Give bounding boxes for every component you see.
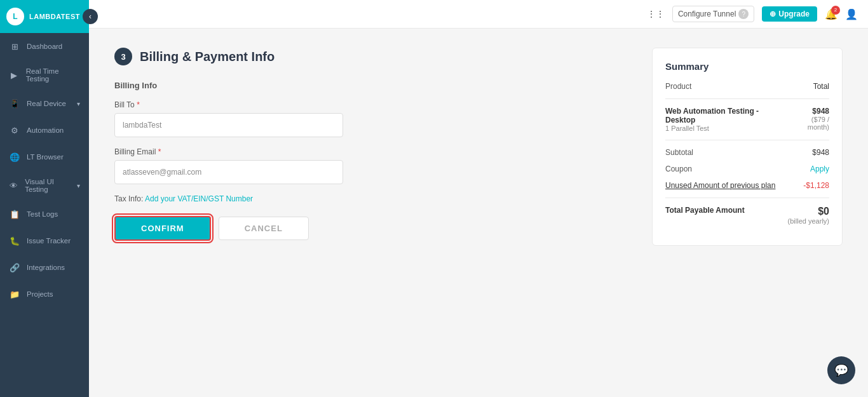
sidebar-item-label: LT Browser xyxy=(27,153,64,161)
configure-tunnel-label: Configure Tunnel xyxy=(678,10,736,18)
sidebar-item-label: Dashboard xyxy=(27,43,62,50)
coupon-label: Coupon xyxy=(665,165,692,173)
tax-info-prefix: Tax Info: xyxy=(114,194,143,203)
subtotal-row: Subtotal $948 xyxy=(665,148,829,157)
logo-text: LAMBDATEST xyxy=(29,13,80,20)
real-time-icon: ▶ xyxy=(9,69,20,81)
sidebar-item-lt-browser[interactable]: 🌐 LT Browser xyxy=(0,144,89,170)
automation-icon: ⚙ xyxy=(9,124,20,136)
apply-coupon-link[interactable]: Apply xyxy=(810,165,829,173)
sidebar-item-issue-tracker[interactable]: 🐛 Issue Tracker xyxy=(0,227,89,254)
required-marker: * xyxy=(156,147,161,156)
main-wrapper: ⋮⋮ Configure Tunnel ? ⊕ Upgrade 🔔 2 👤 3 … xyxy=(89,0,868,397)
summary-panel: Summary Product Total Web Automation Tes… xyxy=(652,48,843,246)
chevron-down-icon: ▾ xyxy=(77,182,80,189)
upgrade-icon: ⊕ xyxy=(770,10,776,18)
sidebar-item-projects[interactable]: 📁 Projects xyxy=(0,281,89,307)
total-row: Total Payable Amount $0 (billed yearly) xyxy=(665,206,829,225)
dashboard-icon: ⊞ xyxy=(9,41,20,52)
sidebar-item-label: Visual UI Testing xyxy=(25,178,71,193)
bill-to-label: Bill To * xyxy=(114,100,633,109)
coupon-row: Coupon Apply xyxy=(665,165,829,173)
test-logs-icon: 📋 xyxy=(9,208,20,220)
page-title-row: 3 Billing & Payment Info xyxy=(114,48,633,65)
grid-icon[interactable]: ⋮⋮ xyxy=(647,9,665,19)
lt-browser-icon: 🌐 xyxy=(9,151,20,163)
sidebar-collapse-button[interactable]: ‹ xyxy=(83,9,98,24)
product-info: Web Automation Testing - Desktop 1 Paral… xyxy=(665,107,789,132)
sidebar: L LAMBDATEST ‹ ⊞ Dashboard ▶ Real Time T… xyxy=(0,0,89,397)
sidebar-item-visual-ui-testing[interactable]: 👁 Visual UI Testing ▾ xyxy=(0,170,89,201)
bill-to-group: Bill To * xyxy=(114,100,633,137)
upgrade-button[interactable]: ⊕ Upgrade xyxy=(762,6,817,22)
summary-divider-3 xyxy=(665,198,829,198)
buttons-row: CONFIRM CANCEL xyxy=(114,216,633,241)
form-section: 3 Billing & Payment Info Billing Info Bi… xyxy=(114,48,633,378)
required-marker: * xyxy=(135,100,140,109)
billed-note: (billed yearly) xyxy=(788,217,829,225)
product-sub-price: ($79 / month) xyxy=(789,116,829,131)
total-payable-label: Total Payable Amount xyxy=(665,206,745,215)
sidebar-item-label: Projects xyxy=(27,290,53,298)
notifications-icon[interactable]: 🔔 2 xyxy=(825,8,837,20)
product-name: Web Automation Testing - Desktop xyxy=(665,107,789,124)
user-profile-icon[interactable]: 👤 xyxy=(845,8,858,20)
sidebar-item-label: Test Logs xyxy=(27,210,58,218)
add-vat-link[interactable]: Add your VAT/EIN/GST Number xyxy=(145,194,253,203)
unused-amount-value: -$1,128 xyxy=(803,181,829,190)
confirm-button[interactable]: CONFIRM xyxy=(114,216,211,241)
product-price: $948 xyxy=(789,107,829,116)
billing-email-input[interactable] xyxy=(114,160,343,184)
upgrade-label: Upgrade xyxy=(778,10,810,18)
sidebar-item-real-time-testing[interactable]: ▶ Real Time Testing xyxy=(0,60,89,90)
sidebar-item-integrations[interactable]: 🔗 Integrations xyxy=(0,254,89,281)
topbar: ⋮⋮ Configure Tunnel ? ⊕ Upgrade 🔔 2 👤 xyxy=(89,0,868,29)
cancel-button[interactable]: CANCEL xyxy=(219,217,309,240)
sidebar-item-automation[interactable]: ⚙ Automation xyxy=(0,117,89,144)
help-icon[interactable]: ? xyxy=(738,9,749,19)
billing-email-label: Billing Email * xyxy=(114,147,633,156)
billing-email-group: Billing Email * xyxy=(114,147,633,184)
total-payable-value-group: $0 (billed yearly) xyxy=(788,206,829,225)
step-badge: 3 xyxy=(114,48,132,65)
total-col-header: Total xyxy=(813,82,829,91)
sidebar-item-real-device[interactable]: 📱 Real Device ▾ xyxy=(0,90,89,117)
summary-divider-1 xyxy=(665,98,829,99)
page-title: Billing & Payment Info xyxy=(140,50,275,64)
configure-tunnel-button[interactable]: Configure Tunnel ? xyxy=(672,6,754,22)
total-payable-value: $0 xyxy=(788,206,829,217)
notification-badge: 2 xyxy=(831,6,840,15)
subtotal-label: Subtotal xyxy=(665,148,693,157)
integrations-icon: 🔗 xyxy=(9,262,20,273)
logo-icon: L xyxy=(6,8,24,25)
tax-info-row: Tax Info: Add your VAT/EIN/GST Number xyxy=(114,194,633,203)
billing-info-heading: Billing Info xyxy=(114,81,633,90)
sidebar-item-label: Real Time Testing xyxy=(26,67,80,83)
bill-to-input[interactable] xyxy=(114,113,343,137)
projects-icon: 📁 xyxy=(9,288,20,300)
sidebar-item-label: Automation xyxy=(27,126,64,134)
sidebar-item-label: Real Device xyxy=(27,100,66,107)
subtotal-value: $948 xyxy=(812,148,829,157)
product-col-header: Product xyxy=(665,82,691,91)
unused-amount-link[interactable]: Unused Amount of previous plan xyxy=(665,181,775,190)
summary-title: Summary xyxy=(665,61,829,72)
product-sub: 1 Parallel Test xyxy=(665,124,789,132)
main-content: 3 Billing & Payment Info Billing Info Bi… xyxy=(89,29,868,397)
summary-divider-2 xyxy=(665,140,829,140)
real-device-icon: 📱 xyxy=(9,98,20,109)
unused-row: Unused Amount of previous plan -$1,128 xyxy=(665,181,829,190)
visual-ui-icon: 👁 xyxy=(9,180,18,191)
chevron-down-icon: ▾ xyxy=(77,100,80,107)
sidebar-item-dashboard[interactable]: ⊞ Dashboard xyxy=(0,33,89,60)
product-row: Web Automation Testing - Desktop 1 Paral… xyxy=(665,107,829,132)
sidebar-item-label: Issue Tracker xyxy=(27,237,71,245)
summary-header-row: Product Total xyxy=(665,82,829,91)
sidebar-logo[interactable]: L LAMBDATEST ‹ xyxy=(0,0,89,33)
chat-widget-button[interactable]: 💬 xyxy=(827,356,855,384)
product-pricing: $948 ($79 / month) xyxy=(789,107,829,131)
issue-tracker-icon: 🐛 xyxy=(9,235,20,246)
sidebar-item-test-logs[interactable]: 📋 Test Logs xyxy=(0,201,89,227)
sidebar-item-label: Integrations xyxy=(27,264,65,271)
